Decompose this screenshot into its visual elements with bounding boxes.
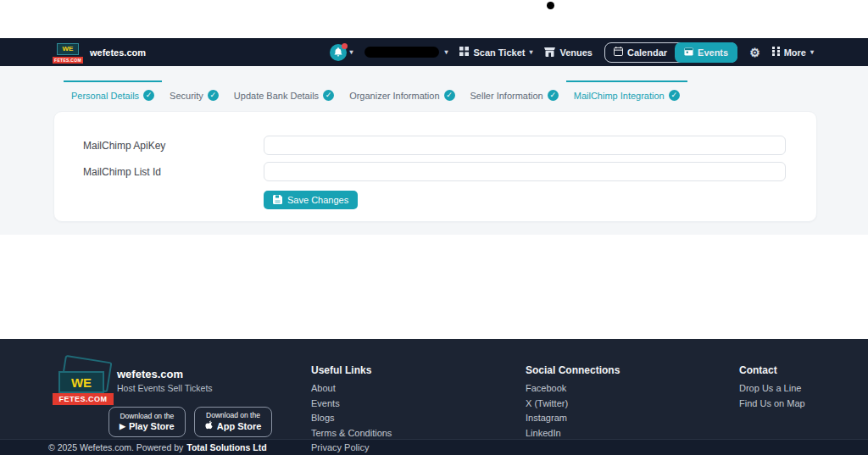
tab-label: Update Bank Details xyxy=(234,91,319,101)
tab-organizer-information[interactable]: Organizer Information ✓ xyxy=(342,80,462,109)
navbar-actions: ▾ ▾ Scan Ticket ▾ Venues xyxy=(330,42,814,63)
logo-we-text: WE xyxy=(58,371,104,393)
footer-brand-name: wefetes.com xyxy=(117,368,183,380)
save-changes-label: Save Changes xyxy=(287,195,348,205)
cursor-dot xyxy=(547,2,554,9)
mailchimp-listid-input[interactable] xyxy=(264,162,786,181)
chevron-down-icon: ▾ xyxy=(529,49,532,56)
logo-we-text: WE xyxy=(57,43,79,55)
chevron-down-icon: ▾ xyxy=(810,49,814,56)
column-heading: Useful Links xyxy=(311,364,392,376)
column-heading: Social Connections xyxy=(526,364,620,376)
copyright-company: Total Solutions Ltd xyxy=(186,442,266,452)
download-prefix: Download on the xyxy=(205,411,262,419)
notifications-dropdown[interactable]: ▾ xyxy=(330,44,353,61)
brand-logo[interactable]: WE FETES.COM xyxy=(53,42,83,64)
chevron-down-icon: ▾ xyxy=(444,49,448,56)
apple-icon xyxy=(205,420,214,432)
play-store-icon: ▶ xyxy=(120,423,125,430)
download-buttons: Download on the ▶ Play Store Download on… xyxy=(108,407,272,437)
check-circle-icon: ✓ xyxy=(548,90,559,101)
check-circle-icon: ✓ xyxy=(444,90,455,101)
username-redacted xyxy=(364,47,439,58)
form-actions: Save Changes xyxy=(264,191,786,209)
calendar-label: Calendar xyxy=(627,47,667,58)
settings-gear-icon[interactable]: ⚙ xyxy=(749,47,760,58)
calendar-events-toggle: Calendar Events xyxy=(604,42,737,63)
form-row: MailChimp List Id xyxy=(83,162,786,181)
footer-link-about[interactable]: About xyxy=(311,384,392,393)
calendar-icon xyxy=(614,47,623,58)
copyright-text: © 2025 Wefetes.com. Powered by xyxy=(48,442,183,452)
footer-link-drop-us-a-line[interactable]: Drop Us a Line xyxy=(739,384,805,393)
form-row: MailChimp ApiKey xyxy=(83,136,786,155)
footer-link-twitter[interactable]: X (Twitter) xyxy=(526,399,620,408)
tab-label: Organizer Information xyxy=(349,91,439,101)
page: WE FETES.COM wefetes.com ▾ ▾ Scan Ticket xyxy=(0,0,868,455)
logo-fetes-text: FETES.COM xyxy=(53,393,114,405)
check-circle-icon: ✓ xyxy=(669,90,680,101)
more-dropdown[interactable]: More ▾ xyxy=(772,47,814,58)
column-heading: Contact xyxy=(739,364,805,376)
copyright-bar: © 2025 Wefetes.com. Powered by Total Sol… xyxy=(0,439,868,455)
save-icon xyxy=(273,195,282,206)
footer-tagline: Host Events Sell Tickets xyxy=(117,383,213,393)
tab-label: Security xyxy=(170,91,203,101)
scan-ticket-icon xyxy=(459,47,469,58)
tab-security[interactable]: Security ✓ xyxy=(162,80,226,109)
scan-ticket-label: Scan Ticket xyxy=(473,47,525,58)
footer-column-contact: Contact Drop Us a Line Find Us on Map xyxy=(739,364,805,413)
venues-icon xyxy=(544,47,555,58)
footer-link-find-us-on-map[interactable]: Find Us on Map xyxy=(739,399,805,408)
footer: WE FETES.COM wefetes.com Host Events Sel… xyxy=(0,339,868,455)
scan-ticket-dropdown[interactable]: Scan Ticket ▾ xyxy=(459,47,532,58)
venues-link[interactable]: Venues xyxy=(544,47,593,58)
download-prefix: Download on the xyxy=(120,412,175,420)
events-label: Events xyxy=(698,47,728,58)
venues-label: Venues xyxy=(559,47,593,58)
chevron-down-icon: ▾ xyxy=(349,49,353,56)
tab-personal-details[interactable]: Personal Details ✓ xyxy=(64,80,162,109)
mailchimp-listid-label: MailChimp List Id xyxy=(83,166,264,178)
play-store-button[interactable]: Download on the ▶ Play Store xyxy=(108,407,186,437)
events-toggle-button[interactable]: Events xyxy=(675,42,737,63)
tab-mailchimp-integration[interactable]: MailChimp Integration ✓ xyxy=(566,80,687,109)
tab-label: Personal Details xyxy=(71,91,139,101)
calendar-toggle-button[interactable]: Calendar xyxy=(605,43,676,62)
check-circle-icon: ✓ xyxy=(323,90,334,101)
footer-link-blogs[interactable]: Blogs xyxy=(311,413,392,423)
footer-column-social: Social Connections Facebook X (Twitter) … xyxy=(526,364,620,443)
user-menu-dropdown[interactable]: ▾ xyxy=(364,47,448,58)
mailchimp-form-card: MailChimp ApiKey MailChimp List Id Save … xyxy=(53,111,817,222)
play-store-label: Play Store xyxy=(129,421,175,431)
tab-label: Seller Information xyxy=(470,91,543,101)
footer-link-linkedin[interactable]: LinkedIn xyxy=(526,429,620,438)
brand-name[interactable]: wefetes.com xyxy=(90,47,146,58)
grid-icon xyxy=(772,47,780,58)
mailchimp-apikey-label: MailChimp ApiKey xyxy=(83,140,264,152)
check-circle-icon: ✓ xyxy=(208,90,219,101)
tab-label: MailChimp Integration xyxy=(574,91,665,101)
footer-link-events[interactable]: Events xyxy=(311,399,392,408)
mailchimp-apikey-input[interactable] xyxy=(264,136,786,155)
save-changes-button[interactable]: Save Changes xyxy=(264,191,358,209)
tab-update-bank-details[interactable]: Update Bank Details ✓ xyxy=(226,80,342,109)
bell-icon xyxy=(330,44,347,61)
footer-link-instagram[interactable]: Instagram xyxy=(526,413,620,423)
notification-badge xyxy=(342,43,348,49)
top-navbar: WE FETES.COM wefetes.com ▾ ▾ Scan Ticket xyxy=(0,38,868,66)
footer-link-privacy[interactable]: Privacy Policy xyxy=(311,443,392,452)
app-store-label: App Store xyxy=(217,421,262,431)
events-calendar-icon xyxy=(684,47,693,58)
footer-column-useful-links: Useful Links About Events Blogs Terms & … xyxy=(311,364,392,455)
more-label: More xyxy=(784,47,806,58)
footer-logo: WE FETES.COM xyxy=(53,358,114,405)
footer-link-terms[interactable]: Terms & Conditions xyxy=(311,429,392,438)
logo-fetes-text: FETES.COM xyxy=(53,57,83,64)
profile-tabs: Personal Details ✓ Security ✓ Update Ban… xyxy=(64,80,687,109)
check-circle-icon: ✓ xyxy=(143,90,154,101)
footer-link-facebook[interactable]: Facebook xyxy=(526,384,620,393)
app-store-button[interactable]: Download on the App Store xyxy=(194,407,273,437)
tab-seller-information[interactable]: Seller Information ✓ xyxy=(463,80,566,109)
